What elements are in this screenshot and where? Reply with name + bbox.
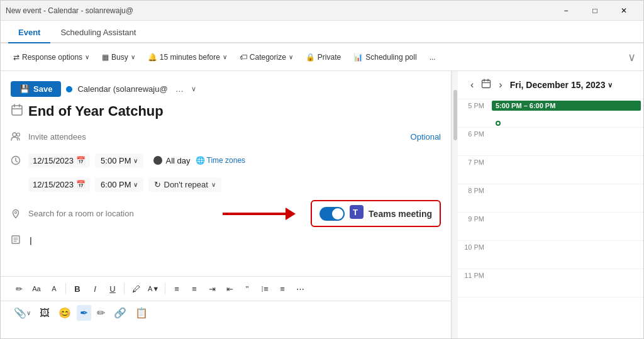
scheduling-poll-button[interactable]: 📊 Scheduling poll — [348, 50, 421, 64]
time-content-7pm — [489, 156, 643, 184]
scrollbar[interactable] — [452, 71, 458, 338]
optional-link[interactable]: Optional — [411, 132, 441, 142]
format-underline-btn[interactable]: U — [104, 281, 121, 297]
format-italic-btn[interactable]: I — [87, 281, 103, 297]
signature-btn[interactable]: ✏ — [94, 305, 108, 321]
format-more-btn[interactable]: ⋯ — [292, 281, 308, 297]
time-label-5pm: 5 PM — [458, 99, 489, 112]
lock-icon: 🔒 — [306, 53, 315, 62]
location-row: T Teams meeting — [1, 196, 451, 231]
format-sep-2 — [124, 283, 125, 294]
format-bullets-btn[interactable]: ≡ — [186, 281, 203, 297]
start-time-picker[interactable]: 5:00 PM ∨ — [95, 153, 143, 168]
time-label-6pm: 6 PM — [458, 128, 489, 140]
attendees-content: Optional — [28, 132, 441, 142]
scroll-thumb — [453, 90, 457, 140]
event-title-input[interactable] — [28, 103, 441, 119]
teams-toggle[interactable] — [319, 207, 345, 221]
end-time-picker[interactable]: 6:00 PM ∨ — [95, 177, 143, 192]
expand-button[interactable]: ∨ — [628, 50, 636, 64]
tab-event[interactable]: Event — [8, 23, 50, 43]
minimize-button[interactable]: − — [552, 1, 580, 21]
svg-text:T: T — [353, 208, 358, 217]
event-block[interactable]: 5:00 PM – 6:00 PM — [492, 101, 641, 111]
format-font-size-btn[interactable]: Aa — [28, 281, 45, 297]
time-slot-9pm: 9 PM — [458, 213, 643, 241]
reminder-button[interactable]: 🔔 15 minutes before ∨ — [143, 50, 232, 64]
calendar-more-button[interactable]: … — [173, 83, 186, 95]
teams-icon: T — [350, 205, 364, 222]
reminder-icon: 🔔 — [148, 53, 157, 62]
format-quote-btn[interactable]: " — [239, 281, 255, 297]
calendar-chevron[interactable]: ∨ — [191, 85, 196, 93]
time-slot-6pm: 6 PM — [458, 128, 643, 156]
attach-file-btn[interactable]: 📎 ∨ — [11, 305, 34, 321]
start-time-chevron: ∨ — [133, 157, 138, 164]
more-button[interactable]: ... — [425, 50, 441, 64]
attach-image-btn[interactable]: 🖼 — [36, 306, 53, 321]
cal-next-button[interactable]: › — [495, 77, 506, 92]
format-sep-3 — [165, 283, 165, 294]
private-button[interactable]: 🔒 Private — [301, 50, 346, 64]
format-highlight-color-btn[interactable]: 🖊 — [128, 281, 144, 297]
arrow-head — [286, 208, 296, 220]
tab-scheduling[interactable]: Scheduling Assistant — [50, 23, 146, 43]
toggle-knob — [332, 208, 343, 220]
forms-btn[interactable]: 📋 — [132, 305, 151, 321]
repeat-selector[interactable]: ↻ Don't repeat ∨ — [148, 177, 221, 192]
categorize-button[interactable]: 🏷 Categorize ∨ — [235, 50, 298, 64]
start-date-value: 12/15/2023 — [33, 156, 74, 165]
save-icon: 💾 — [19, 84, 30, 94]
cal-chevron: ∨ — [608, 81, 613, 89]
loop-btn[interactable]: ✒ — [77, 305, 91, 321]
format-font-btn[interactable]: A — [46, 281, 62, 297]
response-options-button[interactable]: ⇄ Response options ∨ — [8, 50, 94, 64]
time-slot-8pm: 8 PM — [458, 184, 643, 213]
title-bar: New event - Calendar - solanrewaju@ − □ … — [1, 1, 643, 21]
format-highlight-btn[interactable]: ✏ — [11, 281, 27, 297]
timezone-link[interactable]: 🌐 Time zones — [196, 156, 246, 165]
busy-button[interactable]: ▦ Busy ∨ — [97, 50, 140, 64]
close-button[interactable]: ✕ — [609, 1, 638, 21]
link-btn[interactable]: 🔗 — [111, 305, 130, 321]
save-row: 💾 Save Calendar (solanrewaju@ … ∨ — [1, 76, 451, 101]
end-date-value: 12/15/2023 — [33, 180, 74, 189]
format-styles-btn[interactable]: ≡ — [274, 281, 291, 297]
teams-label: Teams meeting — [369, 209, 432, 219]
end-date-picker[interactable]: 12/15/2023 📅 — [28, 177, 90, 192]
format-indent-btn[interactable]: ⇥ — [204, 281, 220, 297]
start-datetime-content: 12/15/2023 📅 5:00 PM ∨ All day 🌐 — [28, 153, 441, 168]
window-title: New event - Calendar - solanrewaju@ — [6, 6, 133, 15]
save-button[interactable]: 💾 Save — [11, 81, 61, 97]
busy-chevron: ∨ — [131, 53, 135, 60]
svg-point-2 — [17, 133, 20, 136]
maximize-button[interactable]: □ — [580, 1, 609, 21]
cal-prev-button[interactable]: ‹ — [467, 77, 477, 92]
format-numbering-btn[interactable]: ⁝≡ — [257, 281, 273, 297]
tab-bar: Event Scheduling Assistant — [1, 21, 643, 43]
format-font-color-btn[interactable]: A▼ — [145, 281, 162, 297]
calendar-label: Calendar (solanrewaju@ — [77, 84, 167, 94]
format-bold-btn[interactable]: B — [69, 281, 86, 297]
format-sep-1 — [65, 283, 66, 294]
event-dot — [496, 121, 501, 126]
poll-icon: 📊 — [353, 53, 363, 62]
format-outdent-btn[interactable]: ⇤ — [221, 281, 238, 297]
cal-date-title[interactable]: Fri, December 15, 2023 ∨ — [510, 80, 613, 90]
attendees-row: Optional — [1, 125, 451, 148]
time-label-11pm: 11 PM — [458, 269, 489, 282]
main-toolbar: ⇄ Response options ∨ ▦ Busy ∨ 🔔 15 minut… — [1, 43, 643, 71]
start-date-picker[interactable]: 12/15/2023 📅 — [28, 153, 90, 168]
attendees-input[interactable] — [28, 132, 406, 142]
event-title-row — [1, 101, 451, 125]
end-date-calendar-icon: 📅 — [76, 180, 86, 189]
end-datetime-row: 12/15/2023 📅 6:00 PM ∨ ↻ Don't repeat ∨ — [1, 172, 451, 196]
body-input[interactable]: | — [28, 235, 441, 272]
format-align-btn[interactable]: ≡ — [169, 281, 185, 297]
allday-toggle[interactable] — [153, 156, 162, 165]
teams-meeting-toggle-area: T Teams meeting — [311, 200, 441, 227]
emoji-btn[interactable]: 😊 — [55, 305, 74, 321]
repeat-label: Don't repeat — [164, 180, 208, 189]
format-toolbar: ✏ Aa A B I U 🖊 A▼ ≡ ≡ ⇥ ⇤ " ⁝≡ — [1, 276, 451, 301]
attendees-icon — [11, 131, 28, 142]
